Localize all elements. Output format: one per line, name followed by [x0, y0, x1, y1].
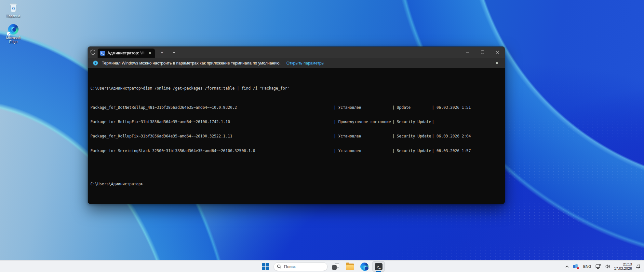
info-icon: i: [93, 61, 98, 65]
open-settings-link[interactable]: Открыть параметры: [287, 61, 325, 65]
taskbar: >_ ENG 21:13 17.03.2026 z: [0, 260, 644, 272]
terminal-content[interactable]: C:\Users\Администратор>dism /online /get…: [88, 68, 505, 204]
infobar-message: Терминал Windows можно настроить в парам…: [102, 61, 281, 65]
search-icon: [277, 265, 281, 269]
desktop-icon-list: ♻ Корзина ↗ Microsoft Edge: [1, 2, 26, 44]
edge-button[interactable]: [358, 261, 370, 272]
shortcut-arrow-icon: ↗: [7, 32, 10, 36]
desktop-icon-label: Microsoft Edge: [2, 36, 25, 44]
minimize-button[interactable]: [460, 47, 475, 58]
search-box[interactable]: [274, 262, 328, 271]
tab-close-button[interactable]: ✕: [147, 50, 153, 56]
desktop-icon-label: Корзина: [7, 14, 20, 18]
recycle-bin-icon: ♻: [8, 2, 19, 13]
tray-device-icon[interactable]: [572, 262, 580, 271]
notification-bell-icon[interactable]: z: [635, 262, 641, 271]
text-cursor: [144, 182, 144, 186]
svg-text:♻: ♻: [11, 6, 15, 11]
package-row: Package_for_ServicingStack_32500~31bf385…: [90, 149, 505, 153]
terminal-titlebar[interactable]: >_ Администратор: Windows Po ✕ +: [88, 47, 505, 58]
clock-date: 17.03.2026: [614, 266, 632, 271]
powershell-icon: >_: [100, 51, 105, 56]
package-row: Package_for_DotNetRollup_481~31bf3856ad3…: [90, 105, 505, 110]
folder-icon: [346, 264, 354, 270]
network-icon[interactable]: [595, 262, 602, 271]
svg-text:z: z: [639, 264, 640, 266]
maximize-button[interactable]: [475, 47, 490, 58]
close-window-button[interactable]: [490, 47, 505, 58]
tray-overflow-chevron[interactable]: [565, 262, 570, 271]
error-badge: [577, 267, 579, 269]
tab-title: Администратор: Windows Po: [107, 51, 145, 55]
infobar-close-button[interactable]: ✕: [494, 61, 500, 65]
admin-shield-icon: [88, 50, 98, 55]
language-indicator[interactable]: ENG: [583, 262, 592, 271]
search-input[interactable]: [284, 264, 316, 269]
task-view-button[interactable]: [329, 261, 342, 272]
terminal-icon: >_: [375, 263, 382, 270]
edge-icon: ↗: [8, 24, 19, 35]
package-row: Package_for_RollupFix~31bf3856ad364e35~a…: [90, 134, 505, 139]
new-tab-button[interactable]: +: [158, 49, 166, 56]
edge-icon: [360, 263, 369, 271]
clock[interactable]: 21:13 17.03.2026: [614, 262, 632, 271]
terminal-window: >_ Администратор: Windows Po ✕ + i Терми…: [87, 46, 505, 204]
volume-icon[interactable]: [605, 262, 611, 271]
desktop-icon-edge[interactable]: ↗ Microsoft Edge: [1, 24, 26, 44]
default-terminal-infobar: i Терминал Windows можно настроить в пар…: [88, 58, 505, 68]
prompt-line: C:\Users\Администратор>: [90, 182, 505, 187]
tab-dropdown-button[interactable]: [170, 49, 178, 56]
desktop-icon-recycle-bin[interactable]: ♻ Корзина: [1, 2, 26, 18]
divider: [168, 50, 168, 55]
file-explorer-button[interactable]: [344, 261, 356, 272]
terminal-tab[interactable]: >_ Администратор: Windows Po ✕: [98, 49, 155, 58]
task-view-icon: [332, 263, 339, 270]
clock-time: 21:13: [614, 262, 632, 266]
package-row: Package_for_RollupFix~31bf3856ad364e35~a…: [90, 120, 505, 124]
terminal-taskbar-button[interactable]: >_: [372, 261, 385, 272]
start-button[interactable]: [259, 261, 272, 272]
command-line: C:\Users\Администратор>dism /online /get…: [90, 86, 505, 91]
windows-logo-icon: [262, 263, 269, 270]
